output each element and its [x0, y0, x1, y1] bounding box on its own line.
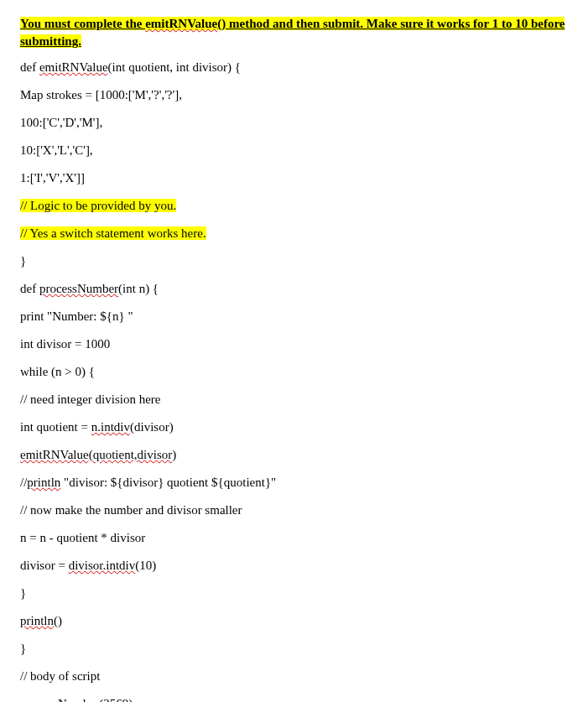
code-l19b: divisor.intdiv — [69, 559, 136, 572]
code-l24a: processNumber — [20, 697, 99, 702]
code-line-2: Map strokes = [1000:['M','?','?'], — [20, 86, 568, 104]
code-line-9: def processNumber(int n) { — [20, 280, 568, 298]
code-l21b: () — [54, 614, 62, 627]
code-line-11: int divisor = 1000 — [20, 335, 568, 353]
code-l9c: (int n) { — [118, 282, 159, 295]
code-line-19: divisor = divisor.intdiv(10) — [20, 557, 568, 575]
code-line-16: //println "divisor: ${divisor} quotient … — [20, 474, 568, 491]
code-line-15: emitRNValue(quotient,divisor) — [20, 446, 568, 464]
code-l1c: (int quotient, int divisor) { — [108, 60, 241, 74]
code-line-17: // now make the number and divisor small… — [20, 502, 568, 519]
instruction-top: You must complete the emitRNValue() meth… — [20, 15, 568, 50]
code-line-13: // need integer division here — [20, 391, 568, 408]
code-l24b: (3569) — [99, 697, 133, 702]
code-l15d: ) — [172, 448, 176, 461]
code-line-10: print "Number: ${n} " — [20, 308, 568, 325]
code-line-6: // Logic to be provided by you. — [20, 197, 568, 215]
code-l16b: println — [27, 476, 60, 489]
code-l19a: divisor = — [20, 559, 69, 572]
code-l15c: quotient,divisor — [93, 448, 173, 461]
code-line-1: def emitRNValue(int quotient, int diviso… — [20, 59, 568, 76]
code-l6-hl: // Logic to be provided by you. — [20, 199, 176, 212]
code-line-5: 1:['I','V','X']] — [20, 169, 568, 187]
code-l16c: "divisor: ${divisor} quotient ${quotient… — [60, 476, 276, 489]
code-l14b: n.intdiv — [91, 420, 130, 434]
code-l21a: println — [20, 614, 54, 627]
code-l9a: def — [20, 282, 39, 295]
code-line-22: } — [20, 640, 568, 658]
code-line-21: println() — [20, 612, 568, 630]
code-l1a: def — [20, 60, 39, 74]
instruction-top-part2: emitRNValue — [145, 17, 217, 30]
code-line-12: while (n > 0) { — [20, 363, 568, 381]
code-l7-hl: // Yes a switch statement works here. — [20, 226, 206, 240]
code-line-20: } — [20, 585, 568, 602]
code-l14c: (divisor) — [130, 420, 174, 434]
code-l14a: int quotient = — [20, 420, 91, 434]
code-l19c: (10) — [135, 559, 156, 572]
code-line-8: } — [20, 252, 568, 270]
code-line-23: // body of script — [20, 668, 568, 685]
code-line-14: int quotient = n.intdiv(divisor) — [20, 419, 568, 436]
code-l1b: emitRNValue — [39, 60, 108, 74]
instruction-top-part1: You must complete the — [20, 17, 145, 30]
code-line-24: processNumber(3569) — [20, 695, 568, 702]
code-line-4: 10:['X','L','C'], — [20, 142, 568, 159]
code-l9b: processNumber — [39, 282, 118, 295]
code-line-18: n = n - quotient * divisor — [20, 529, 568, 547]
code-line-3: 100:['C','D','M'], — [20, 114, 568, 132]
code-line-7: // Yes a switch statement works here. — [20, 225, 568, 242]
code-l15a: emitRNValue — [20, 448, 89, 461]
